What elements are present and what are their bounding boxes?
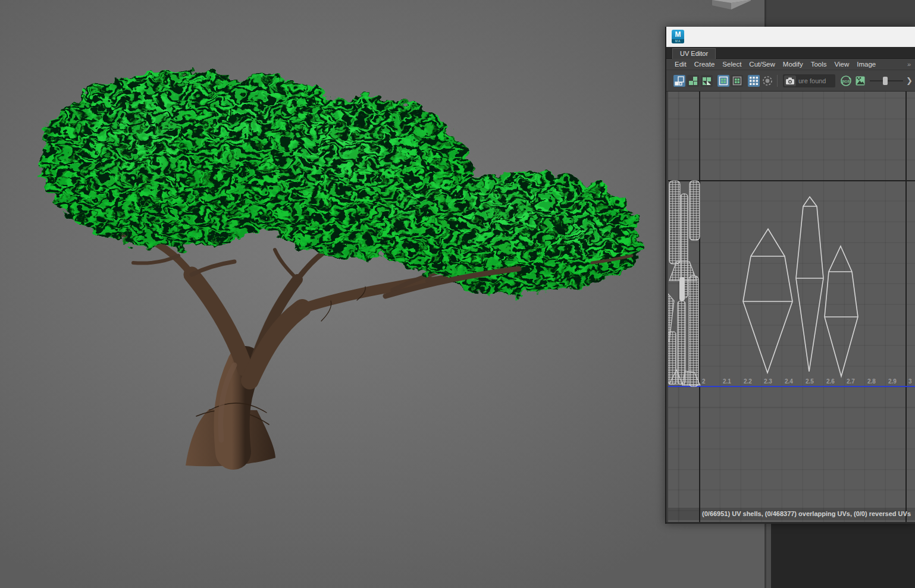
uv-tiles-partial-icon[interactable] bbox=[701, 75, 713, 87]
axis-tick: 2.4 bbox=[785, 378, 793, 385]
uv-shells bbox=[668, 92, 915, 522]
menu-modify[interactable]: Modify bbox=[783, 61, 803, 68]
uv-editor-window: M MA UV Editor Edit Create Select Cut/Se… bbox=[665, 27, 915, 524]
rgb-channels-icon[interactable]: RGB bbox=[840, 75, 852, 87]
maya-3d-viewport[interactable] bbox=[0, 0, 766, 588]
axis-tick: 2.7 bbox=[847, 378, 855, 385]
axis-tick: 3 bbox=[908, 378, 912, 385]
axis-tick: 2.6 bbox=[826, 378, 835, 385]
axis-tick: 2.5 bbox=[806, 378, 814, 385]
uv-editor-toolbar: ure found RGB ❯❯ bbox=[666, 70, 915, 92]
menu-edit[interactable]: Edit bbox=[675, 61, 687, 68]
svg-text:RGB: RGB bbox=[842, 78, 850, 83]
toolbar-separator bbox=[777, 75, 778, 87]
axis-tick: 2.1 bbox=[723, 378, 731, 385]
menu-select[interactable]: Select bbox=[722, 61, 741, 68]
texture-image-icon[interactable] bbox=[854, 75, 866, 87]
uv-shell-layout-icon[interactable] bbox=[673, 75, 685, 87]
texture-borders-on-icon[interactable] bbox=[717, 75, 729, 87]
axis-tick: 2 bbox=[702, 378, 706, 385]
texture-name-field[interactable]: ure found bbox=[783, 74, 835, 87]
leaf-uv-shells bbox=[743, 197, 858, 376]
uv-canvas[interactable]: 2 2.1 2.2 2.3 2.4 2.5 2.6 2.7 2.8 2.9 3 … bbox=[668, 92, 915, 522]
texture-borders-off-icon[interactable] bbox=[731, 75, 743, 87]
uv-status-bar: (0/66951) UV shells, (0/468377) overlapp… bbox=[668, 508, 915, 520]
texture-status-text: ure found bbox=[798, 77, 826, 84]
uv-editor-titlebar[interactable]: M MA bbox=[666, 27, 915, 48]
panel-divider bbox=[766, 523, 771, 588]
slider-handle[interactable] bbox=[883, 77, 888, 85]
image-dim-slider[interactable] bbox=[870, 75, 903, 87]
view-cube-partial[interactable] bbox=[712, 0, 751, 10]
pixel-snap-icon[interactable] bbox=[762, 75, 773, 87]
axis-tick: 2.8 bbox=[867, 378, 876, 385]
grid-display-icon[interactable] bbox=[748, 75, 760, 87]
background-panel-bottom-right bbox=[764, 523, 915, 588]
background-panel-top-right bbox=[764, 0, 915, 28]
menu-image[interactable]: Image bbox=[857, 61, 876, 68]
axis-tick: 2.9 bbox=[888, 378, 897, 385]
menu-cut-sew[interactable]: Cut/Sew bbox=[749, 61, 775, 68]
axis-tick: 2.2 bbox=[744, 378, 752, 385]
uv-editor-menubar: Edit Create Select Cut/Sew Modify Tools … bbox=[666, 59, 915, 70]
trunk-uv-strips bbox=[668, 181, 700, 386]
maya-app-icon: M MA bbox=[672, 30, 684, 43]
camera-icon bbox=[784, 76, 796, 86]
uv-editor-tabstrip: UV Editor bbox=[666, 47, 915, 59]
tree-model bbox=[0, 0, 766, 588]
tree-canopy bbox=[40, 70, 643, 295]
axis-tick: 2.3 bbox=[764, 378, 772, 385]
menu-overflow-icon[interactable]: » bbox=[907, 61, 911, 68]
menu-tools[interactable]: Tools bbox=[811, 61, 827, 68]
uv-tiles-icon[interactable] bbox=[687, 75, 699, 87]
tab-uv-editor[interactable]: UV Editor bbox=[672, 48, 716, 59]
toolbar-overflow-icon[interactable]: ❯❯ bbox=[906, 76, 915, 85]
menu-create[interactable]: Create bbox=[694, 61, 715, 68]
menu-view[interactable]: View bbox=[835, 61, 850, 68]
window-bottom-border bbox=[666, 522, 915, 524]
